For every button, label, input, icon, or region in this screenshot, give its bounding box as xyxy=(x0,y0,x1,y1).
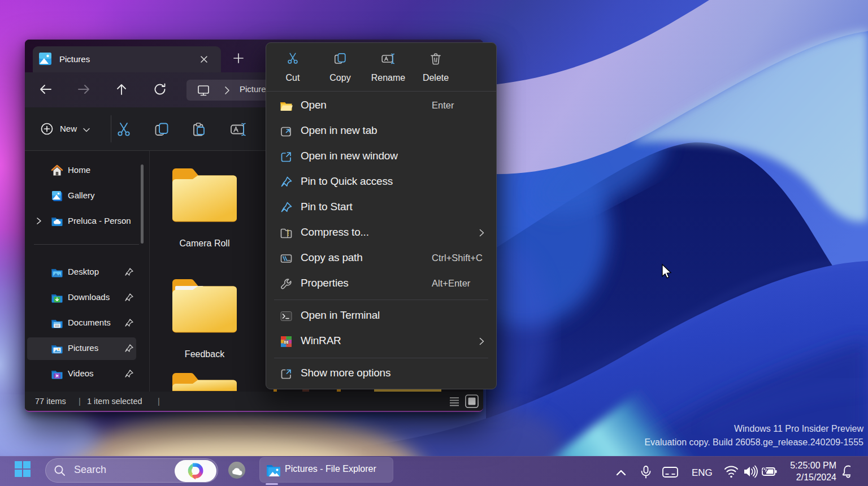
svg-text:ENG: ENG xyxy=(692,467,713,478)
